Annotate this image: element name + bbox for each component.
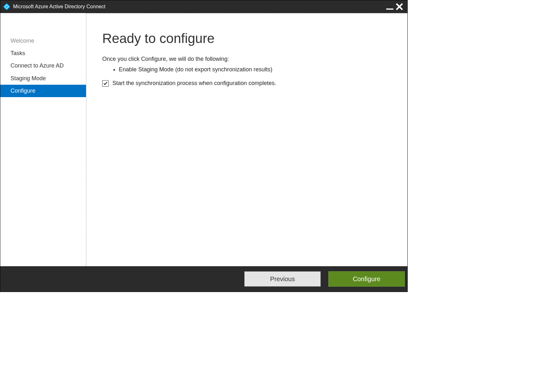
- app-icon: [4, 4, 10, 10]
- checkmark-icon: [103, 81, 108, 86]
- sidebar-item-configure[interactable]: Configure: [0, 85, 86, 97]
- intro-text: Once you click Configure, we will do the…: [102, 56, 391, 62]
- titlebar: Microsoft Azure Active Directory Connect: [0, 0, 407, 13]
- start-sync-label: Start the synchronization process when c…: [112, 80, 276, 87]
- page-heading: Ready to configure: [102, 31, 391, 46]
- titlebar-title: Microsoft Azure Active Directory Connect: [13, 4, 385, 10]
- configure-button[interactable]: Configure: [328, 271, 405, 287]
- sidebar: Welcome Tasks Connect to Azure AD Stagin…: [0, 13, 86, 266]
- sidebar-item-tasks[interactable]: Tasks: [0, 47, 86, 60]
- close-icon: [395, 2, 404, 11]
- close-button[interactable]: [395, 2, 404, 11]
- body-area: Welcome Tasks Connect to Azure AD Stagin…: [0, 13, 407, 266]
- footer: Previous Configure: [0, 266, 407, 292]
- start-sync-checkbox-row: Start the synchronization process when c…: [102, 80, 391, 87]
- start-sync-checkbox[interactable]: [102, 80, 109, 87]
- minimize-button[interactable]: [385, 2, 395, 11]
- sidebar-item-staging-mode[interactable]: Staging Mode: [0, 72, 86, 85]
- action-item: Enable Staging Mode (do not export synch…: [119, 66, 391, 73]
- wizard-window: Microsoft Azure Active Directory Connect…: [0, 0, 408, 292]
- sidebar-item-connect-azure-ad[interactable]: Connect to Azure AD: [0, 60, 86, 72]
- action-list: Enable Staging Mode (do not export synch…: [119, 66, 391, 73]
- sidebar-item-welcome[interactable]: Welcome: [0, 35, 86, 47]
- previous-button[interactable]: Previous: [244, 271, 321, 287]
- minimize-icon: [385, 2, 395, 11]
- svg-rect-3: [386, 9, 394, 10]
- main-content: Ready to configure Once you click Config…: [86, 13, 407, 266]
